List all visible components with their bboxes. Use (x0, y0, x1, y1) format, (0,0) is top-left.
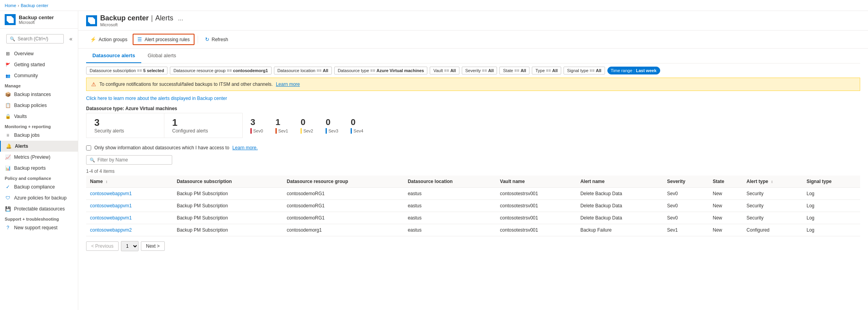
cell-severity: Sev0 (663, 212, 709, 224)
action-groups-icon: ⚡ (90, 36, 96, 42)
backup-jobs-icon: ≡ (5, 132, 11, 138)
filter-input-box[interactable]: 🔍 (86, 155, 172, 165)
filter-severity[interactable]: Severity == All (462, 67, 497, 74)
access-checkbox[interactable] (86, 145, 91, 150)
cell-datasource-subscription: Backup PM Subscription (173, 224, 283, 236)
cell-datasource-location: eastus (404, 212, 496, 224)
access-checkbox-label: Only show information about datasources … (94, 145, 229, 150)
info-link[interactable]: Click here to learn more about the alert… (86, 94, 860, 103)
page-number-select[interactable]: 1 (121, 241, 139, 251)
sidebar-app-title: Backup center (19, 15, 54, 21)
alert-processing-rules-button[interactable]: ☰ Alert processing rules (133, 34, 194, 45)
manage-section-label: Manage (0, 81, 78, 89)
sev0-label: Sev0 (253, 129, 263, 133)
col-header-name: Name ↕ (86, 176, 173, 188)
sidebar-search-box[interactable]: 🔍 (6, 34, 64, 44)
sidebar-item-backup-policies[interactable]: 📋 Backup policies (0, 100, 78, 111)
table-header-row: Name ↕ Datasource subscription Datasourc… (86, 176, 860, 188)
sev3-count: 0 (326, 117, 330, 127)
filter-subscription[interactable]: Datasource subscription == 5 selected (86, 67, 167, 74)
page-subtitle: Alerts (155, 14, 173, 22)
community-icon: 👥 (5, 73, 11, 79)
sidebar-item-alerts[interactable]: 🔔 Alerts (0, 141, 78, 152)
table-row: contosowebappvm1 Backup PM Subscription … (86, 212, 860, 224)
sidebar-nav: ⊞ Overview 🚩 Getting started 👥 Community… (0, 48, 78, 310)
cell-name: contosowebappvm1 (86, 212, 173, 224)
cell-datasource-resource-group: contosodemoRG1 (283, 212, 404, 224)
filter-datasource-type[interactable]: Datasource type == Azure Virtual machine… (334, 67, 428, 74)
sev2-bar (301, 128, 302, 134)
filter-signal-type[interactable]: Signal type == All (564, 67, 605, 74)
tab-datasource-alerts[interactable]: Datasource alerts (86, 49, 141, 63)
sev0-stat: 3 Sev0 (250, 117, 263, 134)
breadcrumb-home[interactable]: Home (5, 3, 16, 8)
breadcrumb-backup-center[interactable]: Backup center (21, 3, 48, 8)
filter-input-row: 🔍 (86, 153, 860, 167)
sev0-bar (250, 128, 252, 134)
sidebar-item-backup-instances[interactable]: 📦 Backup instances (0, 89, 78, 100)
sidebar-item-community[interactable]: 👥 Community (0, 70, 78, 81)
sev4-stat: 0 Sev4 (351, 117, 363, 134)
configured-alerts-stat: 1 Configured alerts (164, 113, 243, 138)
new-support-icon: ? (5, 225, 11, 231)
previous-button[interactable]: < Previous (86, 241, 119, 251)
sidebar-item-backup-jobs[interactable]: ≡ Backup jobs (0, 130, 78, 141)
col-header-state: State (709, 176, 742, 188)
sidebar-item-metrics[interactable]: 📈 Metrics (Preview) (0, 152, 78, 163)
sidebar-item-label: New support request (14, 225, 58, 230)
sidebar-item-getting-started[interactable]: 🚩 Getting started (0, 59, 78, 70)
sidebar-item-label: Alerts (15, 143, 28, 149)
cell-alert-type: Security (743, 200, 803, 212)
sidebar-item-protectable[interactable]: 💾 Protectable datasources (0, 203, 78, 214)
filter-vault[interactable]: Vault == All (430, 67, 459, 74)
sidebar-item-backup-reports[interactable]: 📊 Backup reports (0, 163, 78, 174)
name-sort-icon[interactable]: ↕ (106, 179, 108, 184)
security-alerts-label: Security alerts (94, 128, 156, 134)
metrics-icon: 📈 (5, 154, 11, 160)
sidebar-item-label: Backup compliance (14, 184, 55, 190)
filter-location[interactable]: Datasource location == All (274, 67, 332, 74)
cell-datasource-resource-group: contosodemoRG1 (283, 188, 404, 200)
refresh-button[interactable]: ↻ Refresh (201, 34, 232, 44)
access-learn-more-link[interactable]: Learn more. (232, 145, 258, 150)
cell-datasource-resource-group: contosodemoRG1 (283, 200, 404, 212)
support-section-label: Support + troubleshooting (0, 214, 78, 222)
sidebar-item-vaults[interactable]: 🔒 Vaults (0, 111, 78, 122)
sidebar-item-label: Backup reports (14, 165, 46, 171)
sev3-bar (326, 128, 327, 134)
filter-name-input[interactable] (97, 157, 169, 163)
severity-stats: 3 Sev0 1 Sev1 (243, 113, 371, 138)
sidebar-item-new-support[interactable]: ? New support request (0, 222, 78, 233)
filter-type[interactable]: Type == All (532, 67, 561, 74)
table-row: contosowebappvm1 Backup PM Subscription … (86, 188, 860, 200)
filter-time-range[interactable]: Time range : Last week (607, 67, 660, 74)
sev3-label: Sev3 (328, 129, 338, 133)
tab-global-alerts[interactable]: Global alerts (141, 49, 182, 63)
backup-policies-icon: 📋 (5, 102, 11, 109)
cell-state: New (709, 200, 742, 212)
cell-state: New (709, 212, 742, 224)
backup-compliance-icon: ✓ (5, 184, 11, 190)
cell-vault-name: contosotestrsv001 (496, 224, 576, 236)
next-button[interactable]: Next > (141, 241, 165, 251)
sidebar-item-backup-compliance[interactable]: ✓ Backup compliance (0, 181, 78, 192)
toolbar-divider (198, 36, 198, 44)
sidebar-item-overview[interactable]: ⊞ Overview (0, 48, 78, 59)
content-area: Datasource alerts Global alerts Datasour… (78, 49, 868, 310)
cell-datasource-location: eastus (404, 224, 496, 236)
sev4-label: Sev4 (353, 129, 363, 133)
search-input[interactable] (18, 36, 60, 42)
sidebar-item-azure-policies[interactable]: 🛡 Azure policies for backup (0, 192, 78, 203)
sev1-count: 1 (276, 117, 280, 127)
action-groups-button[interactable]: ⚡ Action groups (86, 34, 131, 44)
warning-learn-more-link[interactable]: Learn more (276, 82, 300, 87)
alert-type-sort-icon[interactable]: ↕ (771, 179, 773, 184)
sev4-bar (351, 128, 352, 134)
cell-signal-type: Log (803, 188, 860, 200)
filter-state[interactable]: State == All (499, 67, 529, 74)
col-header-datasource-location: Datasource location (404, 176, 496, 188)
cell-alert-name: Backup Failure (576, 224, 663, 236)
filter-resource-group[interactable]: Datasource resource group == contosodemo… (170, 67, 272, 74)
ellipsis-button[interactable]: ... (178, 15, 183, 22)
collapse-button[interactable]: « (67, 35, 75, 43)
